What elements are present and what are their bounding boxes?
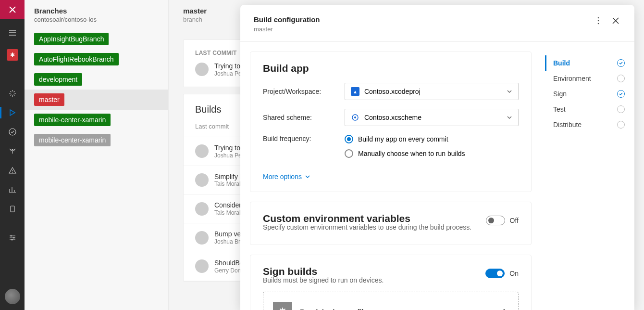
build-icon[interactable] bbox=[0, 103, 25, 122]
nav-status-icon bbox=[617, 121, 625, 129]
chevron-down-icon bbox=[507, 115, 512, 120]
scheme-label: Shared scheme: bbox=[263, 114, 345, 121]
build-commit-title: Simplify h bbox=[214, 173, 244, 181]
build-commit-author: Tais Morale bbox=[214, 181, 244, 187]
nav-item-label: Distribute bbox=[553, 121, 582, 129]
build-app-section: Build app Project/Workspace: ▲ Contoso.x… bbox=[250, 52, 532, 192]
nav-status-icon bbox=[617, 90, 625, 98]
more-options-link[interactable]: More options bbox=[263, 173, 310, 181]
branch-chip: mobile-center-xamarin bbox=[34, 134, 111, 146]
svg-rect-1 bbox=[11, 206, 14, 212]
nav-item-label: Environment bbox=[553, 75, 591, 82]
commit-avatar bbox=[195, 144, 209, 158]
nav-item-build[interactable]: Build bbox=[545, 55, 625, 71]
modal-side-nav: BuildEnvironmentSignTestDistribute bbox=[538, 52, 634, 310]
branch-item[interactable]: development bbox=[25, 69, 168, 90]
detail-panel: master branch LAST COMMIT Trying to c Jo… bbox=[169, 0, 644, 310]
sparkle-icon[interactable] bbox=[0, 84, 25, 103]
more-options-text: More options bbox=[263, 173, 302, 181]
nav-item-label: Build bbox=[553, 59, 570, 67]
freq-manual[interactable]: Manually choose when to run builds bbox=[345, 149, 519, 158]
freq-opt2-label: Manually choose when to run builds bbox=[358, 150, 465, 157]
xcode-icon: ▲ bbox=[351, 87, 359, 96]
modal-subtitle: master bbox=[254, 26, 586, 33]
svg-point-0 bbox=[9, 129, 16, 135]
radio-icon bbox=[345, 135, 353, 143]
modal-title: Build configuration bbox=[254, 15, 586, 24]
branches-list: AppInsightBugBranchAutoFlightRebookBranc… bbox=[25, 29, 168, 150]
settings-icon[interactable] bbox=[0, 228, 25, 247]
nav-status-icon bbox=[617, 105, 625, 113]
commit-avatar bbox=[195, 63, 209, 76]
branch-item[interactable]: mobile-center-xamarin bbox=[25, 130, 168, 150]
env-title: Custom environment variables bbox=[263, 213, 410, 224]
more-icon[interactable] bbox=[593, 15, 604, 26]
chevron-down-icon bbox=[305, 174, 310, 180]
menu-icon[interactable] bbox=[0, 23, 25, 42]
user-avatar[interactable] bbox=[5, 289, 20, 304]
branch-chip: AutoFlightRebookBranch bbox=[34, 53, 119, 65]
device-icon[interactable] bbox=[0, 199, 25, 219]
provisioning-upload[interactable]: Provisioning profile: bbox=[263, 292, 519, 310]
nav-item-environment[interactable]: Environment bbox=[545, 71, 625, 86]
build-config-panel: Build configuration master Build app Pro… bbox=[240, 5, 634, 310]
branch-chip: development bbox=[34, 73, 82, 86]
project-value: Contoso.xcodeproj bbox=[364, 88, 502, 95]
close-icon[interactable] bbox=[610, 15, 621, 26]
branches-title: Branches bbox=[34, 7, 159, 15]
app-icon[interactable]: ✱ bbox=[0, 45, 25, 65]
svg-point-9 bbox=[354, 116, 356, 118]
warning-icon[interactable] bbox=[0, 161, 25, 180]
nav-item-test[interactable]: Test bbox=[545, 102, 625, 117]
sign-toggle-label: On bbox=[509, 270, 519, 277]
nav-item-label: Sign bbox=[553, 90, 567, 98]
branch-item[interactable]: AppInsightBugBranch bbox=[25, 29, 168, 49]
freq-opt1-label: Build my app on every commit bbox=[358, 135, 448, 143]
scheme-icon bbox=[351, 113, 359, 122]
svg-point-5 bbox=[598, 17, 599, 19]
branch-item[interactable]: master bbox=[25, 90, 168, 110]
sign-title: Sign builds bbox=[263, 266, 317, 277]
svg-point-6 bbox=[598, 20, 599, 22]
svg-point-7 bbox=[598, 23, 599, 25]
nav-status-icon bbox=[617, 59, 625, 67]
provisioning-label: Provisioning profile: bbox=[300, 308, 370, 310]
frequency-label: Build frequency: bbox=[263, 135, 345, 142]
project-label: Project/Workspace: bbox=[263, 88, 345, 95]
svg-point-2 bbox=[10, 235, 12, 237]
branches-panel: Branches contosoair/contoso-ios AppInsig… bbox=[25, 0, 169, 310]
distribute-icon[interactable] bbox=[0, 142, 25, 161]
repo-path: contosoair/contoso-ios bbox=[34, 16, 159, 23]
project-select[interactable]: ▲ Contoso.xcodeproj bbox=[345, 83, 519, 100]
scheme-select[interactable]: Contoso.xcscheme bbox=[345, 109, 519, 126]
branch-item[interactable]: mobile-center-xamarin bbox=[25, 110, 168, 130]
chevron-down-icon bbox=[507, 89, 512, 94]
branch-chip: AppInsightBugBranch bbox=[34, 33, 109, 45]
freq-every-commit[interactable]: Build my app on every commit bbox=[345, 135, 519, 143]
branch-chip: mobile-center-xamarin bbox=[34, 114, 111, 126]
nav-item-distribute[interactable]: Distribute bbox=[545, 117, 625, 132]
env-toggle-label: Off bbox=[510, 217, 519, 224]
commit-avatar bbox=[195, 173, 209, 187]
upload-icon bbox=[500, 307, 508, 310]
scheme-value: Contoso.xcscheme bbox=[364, 114, 502, 121]
nav-item-sign[interactable]: Sign bbox=[545, 86, 625, 102]
env-toggle[interactable] bbox=[486, 216, 505, 225]
commit-avatar bbox=[195, 202, 209, 216]
build-app-title: Build app bbox=[263, 63, 519, 74]
gear-icon bbox=[273, 302, 292, 310]
env-desc: Specify custom environment variables to … bbox=[263, 223, 519, 231]
commit-avatar bbox=[195, 259, 209, 273]
sign-toggle[interactable] bbox=[485, 269, 505, 278]
analytics-icon[interactable] bbox=[0, 180, 25, 199]
left-rail: ✱ bbox=[0, 0, 25, 310]
nav-status-icon bbox=[617, 75, 625, 82]
env-vars-section: Custom environment variables Off Specify… bbox=[250, 202, 532, 245]
nav-item-label: Test bbox=[553, 105, 566, 113]
sign-builds-section: Sign builds On Builds must be signed to … bbox=[250, 255, 532, 310]
branch-item[interactable]: AutoFlightRebookBranch bbox=[25, 49, 168, 69]
app-logo[interactable] bbox=[0, 0, 25, 19]
commit-avatar bbox=[195, 231, 209, 245]
check-icon[interactable] bbox=[0, 122, 25, 142]
radio-icon bbox=[345, 149, 353, 158]
